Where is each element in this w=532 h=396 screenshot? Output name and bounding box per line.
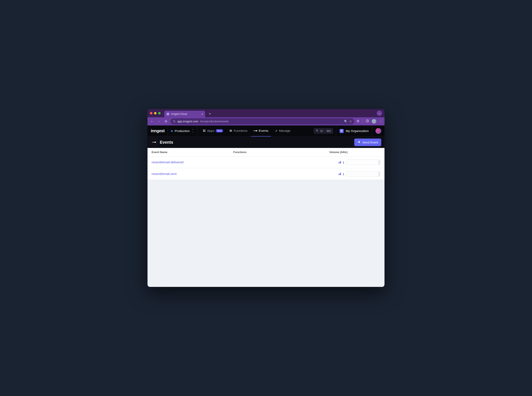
events-icon	[152, 140, 156, 144]
traffic-lights	[150, 112, 161, 114]
environment-switcher[interactable]: Production ⌃⌄	[168, 125, 197, 136]
event-volume: 1	[329, 159, 380, 165]
event-name-link[interactable]: resend/email.delivered	[152, 160, 233, 164]
svg-point-1	[175, 122, 175, 122]
window-minimize-button[interactable]	[154, 112, 156, 114]
col-functions: Functions	[233, 151, 329, 154]
event-name-link[interactable]: resend/email.sent	[152, 172, 233, 176]
env-status-dot	[171, 130, 173, 132]
svg-point-17	[155, 142, 156, 143]
page-icon-box	[151, 139, 157, 146]
table-row[interactable]: resend/email.sent 1	[148, 168, 384, 180]
svg-point-13	[316, 129, 318, 131]
bars-icon	[339, 173, 341, 175]
volume-count: 1	[343, 172, 345, 176]
svg-point-16	[154, 142, 155, 143]
search-shortcut: ⌘K	[326, 129, 331, 133]
nav-events-label: Events	[259, 129, 268, 133]
wrench-icon	[275, 129, 278, 132]
nav-manage[interactable]: Manage	[272, 125, 293, 136]
profile-avatar[interactable]	[372, 119, 376, 124]
code-icon	[229, 129, 232, 132]
svg-rect-5	[203, 129, 204, 131]
bars-icon	[339, 161, 341, 163]
svg-point-12	[256, 130, 257, 131]
reload-button[interactable]: ⟳	[163, 120, 168, 123]
env-label: Production	[175, 129, 190, 133]
svg-line-14	[318, 131, 318, 132]
browser-tab[interactable]: ●● Inngest Cloud ×	[164, 111, 205, 117]
extension-area: ⋮	[356, 119, 382, 124]
org-name: My Organization	[346, 129, 369, 133]
send-event-label: Send Event	[362, 140, 378, 144]
tab-close-icon[interactable]: ×	[202, 112, 203, 116]
browser-window: ●● Inngest Cloud × + ⌄ ← → ⟳ app.inngest…	[148, 109, 384, 287]
send-icon	[357, 140, 361, 144]
primary-nav: Apps New Functions Events Manage	[200, 125, 293, 136]
browser-menu-icon[interactable]: ⋮	[379, 120, 382, 123]
search-id-button[interactable]: ID ⌘K	[314, 128, 333, 134]
site-info-icon[interactable]	[173, 120, 176, 123]
browser-toolbar: ← → ⟳ app.inngest.com/env/production/eve…	[148, 117, 384, 125]
table-row[interactable]: resend/email.delivered 1	[148, 157, 384, 168]
search-icon	[316, 129, 318, 133]
org-switcher[interactable]: M My Organization	[336, 125, 372, 136]
svg-rect-6	[204, 129, 205, 131]
sparkline	[347, 159, 380, 165]
svg-point-15	[152, 142, 153, 143]
url-path: /env/production/events	[200, 120, 229, 123]
col-event-name: Event Name	[152, 151, 233, 154]
events-table: Event Name Functions Volume (24hr) resen…	[148, 148, 384, 287]
nav-functions-label: Functions	[234, 129, 247, 133]
events-icon	[254, 129, 257, 132]
browser-titlebar: ●● Inngest Cloud × + ⌄	[148, 109, 384, 117]
page-header: Events Send Event	[148, 136, 384, 148]
nav-functions[interactable]: Functions	[227, 125, 250, 136]
app-logo[interactable]: inngest	[151, 128, 165, 133]
sparkline	[347, 171, 380, 177]
app-header: inngest Production ⌃⌄ Apps New Functions	[148, 125, 384, 136]
url-host: app.inngest.com	[177, 120, 198, 123]
grid-icon	[203, 129, 206, 132]
page-title: Events	[160, 140, 173, 145]
svg-rect-2	[358, 120, 359, 122]
svg-point-0	[173, 121, 174, 121]
sidepanel-icon[interactable]	[366, 119, 369, 123]
window-close-button[interactable]	[150, 112, 152, 114]
bookmark-icon[interactable]: ☆	[349, 120, 352, 123]
send-event-button[interactable]: Send Event	[354, 139, 381, 146]
svg-point-11	[255, 130, 256, 131]
svg-rect-8	[204, 131, 205, 132]
svg-point-10	[254, 130, 254, 131]
nav-apps[interactable]: Apps New	[200, 125, 226, 136]
chevron-updown-icon: ⌃⌄	[192, 129, 194, 132]
col-volume: Volume (24hr)	[329, 151, 380, 154]
tabs-overflow-button[interactable]: ⌄	[377, 111, 382, 116]
new-badge: New	[216, 129, 223, 132]
svg-rect-7	[203, 131, 204, 132]
user-avatar[interactable]	[376, 128, 381, 134]
volume-count: 1	[343, 161, 345, 164]
new-tab-button[interactable]: +	[207, 112, 213, 116]
zoom-icon[interactable]: 🔍	[344, 120, 347, 123]
nav-manage-label: Manage	[279, 129, 290, 133]
table-header: Event Name Functions Volume (24hr)	[148, 148, 384, 157]
search-id-label: ID	[320, 129, 323, 133]
forward-button[interactable]: →	[156, 120, 162, 123]
nav-apps-label: Apps	[207, 129, 214, 133]
tab-title: Inngest Cloud	[171, 113, 187, 116]
event-volume: 1	[329, 171, 380, 177]
nav-events[interactable]: Events	[251, 125, 271, 136]
svg-rect-3	[366, 120, 369, 122]
back-button[interactable]: ←	[150, 120, 155, 123]
extensions-icon[interactable]	[356, 119, 360, 124]
window-maximize-button[interactable]	[158, 112, 161, 114]
address-bar[interactable]: app.inngest.com/env/production/events 🔍 …	[170, 118, 354, 124]
org-badge: M	[340, 129, 344, 133]
tab-favicon: ●●	[166, 112, 170, 116]
